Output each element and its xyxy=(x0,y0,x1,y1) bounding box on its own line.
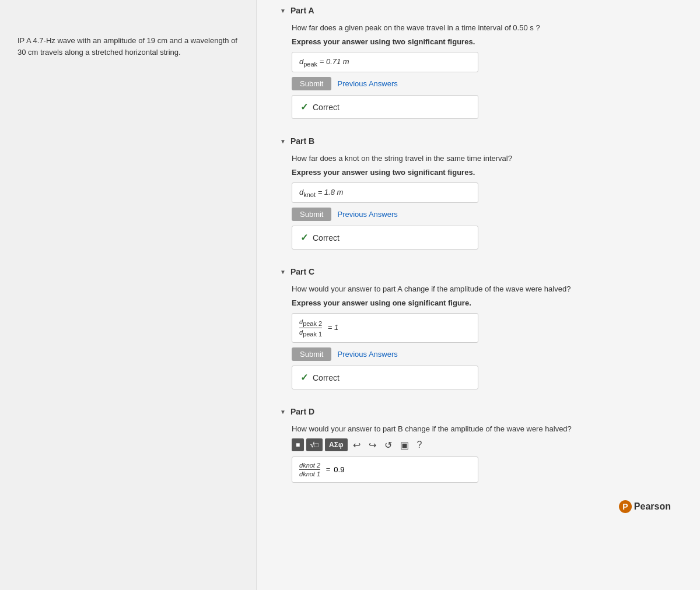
part-c-correct-label: Correct xyxy=(313,373,340,382)
part-c-title: Part C xyxy=(290,267,314,276)
part-a-title: Part A xyxy=(290,6,314,15)
part-d-title: Part D xyxy=(290,407,314,416)
part-a-submit-button[interactable]: Submit xyxy=(292,77,331,90)
math-sigma-button[interactable]: AΣφ xyxy=(325,438,347,451)
part-b-header[interactable]: ▼ Part B xyxy=(280,136,677,146)
part-d-header[interactable]: ▼ Part D xyxy=(280,407,677,416)
pearson-footer: P Pearson xyxy=(280,500,677,513)
part-c-submit-row: Submit Previous Answers xyxy=(292,347,677,361)
part-a-section: ▼ Part A How far does a given peak on th… xyxy=(280,6,677,119)
part-b-title: Part B xyxy=(290,136,314,146)
part-d-answer-input-box: dknot 2 dknot 1 = xyxy=(292,456,478,483)
redo-icon[interactable]: ↪ xyxy=(366,438,379,452)
pearson-brand-name: Pearson xyxy=(634,501,671,512)
chevron-down-icon: ▼ xyxy=(280,138,286,145)
part-b-prev-answers-link[interactable]: Previous Answers xyxy=(337,210,397,219)
math-sqrt-button[interactable]: √□ xyxy=(306,438,323,451)
problem-text: IP A 4.7-Hz wave with an amplitude of 19… xyxy=(18,35,239,58)
part-d-question: How would your answer to part B change i… xyxy=(292,423,677,435)
part-b-correct-box: ✓ Correct xyxy=(292,226,478,250)
help-icon[interactable]: ? xyxy=(414,438,425,451)
part-c-submit-button[interactable]: Submit xyxy=(292,347,331,361)
fraction-denominator: dpeak 1 xyxy=(299,328,322,338)
part-c-question: How would your answer to part A change i… xyxy=(292,283,677,295)
part-c-express: Express your answer using one significan… xyxy=(292,298,677,307)
checkmark-icon: ✓ xyxy=(300,232,308,243)
math-matrix-button[interactable]: ■ xyxy=(292,438,304,451)
chevron-down-icon: ▼ xyxy=(280,8,286,14)
part-b-section: ▼ Part B How far does a knot on the stri… xyxy=(280,136,677,250)
part-b-correct-label: Correct xyxy=(313,233,340,243)
part-d-answer-input[interactable] xyxy=(334,465,450,474)
undo-icon[interactable]: ↩ xyxy=(350,438,363,452)
fraction-numerator: dpeak 2 xyxy=(299,318,322,328)
part-a-submit-row: Submit Previous Answers xyxy=(292,77,677,90)
part-c-header[interactable]: ▼ Part C xyxy=(280,267,677,276)
part-b-question: How far does a knot on the string travel… xyxy=(292,153,677,164)
pearson-p-icon: P xyxy=(619,500,632,513)
part-b-answer-box: dknot = 1.8 m xyxy=(292,182,478,203)
keyboard-icon[interactable]: ▣ xyxy=(397,438,412,452)
part-b-submit-button[interactable]: Submit xyxy=(292,208,331,221)
fraction-numerator: dknot 2 xyxy=(299,462,320,470)
part-c-correct-box: ✓ Correct xyxy=(292,366,478,389)
chevron-down-icon: ▼ xyxy=(280,409,286,415)
math-toolbar: ■ √□ AΣφ ↩ ↪ ↺ ▣ ? xyxy=(292,438,677,452)
part-d-section: ▼ Part D How would your answer to part B… xyxy=(280,407,677,483)
left-panel: IP A 4.7-Hz wave with an amplitude of 19… xyxy=(0,0,257,590)
part-c-content: How would your answer to part A change i… xyxy=(280,283,677,389)
part-a-prev-answers-link[interactable]: Previous Answers xyxy=(337,79,397,88)
part-b-express: Express your answer using two significan… xyxy=(292,168,677,177)
refresh-icon[interactable]: ↺ xyxy=(382,438,395,452)
checkmark-icon: ✓ xyxy=(300,372,308,383)
part-a-correct-box: ✓ Correct xyxy=(292,95,478,119)
part-a-correct-label: Correct xyxy=(313,103,340,112)
part-c-section: ▼ Part C How would your answer to part A… xyxy=(280,267,677,389)
part-c-prev-answers-link[interactable]: Previous Answers xyxy=(337,350,397,359)
part-d-fraction-var: dknot 2 dknot 1 = xyxy=(299,462,330,477)
part-b-content: How far does a knot on the string travel… xyxy=(280,153,677,250)
part-a-header[interactable]: ▼ Part A xyxy=(280,6,677,15)
part-a-question: How far does a given peak on the wave tr… xyxy=(292,22,677,34)
part-d-content: How would your answer to part B change i… xyxy=(280,423,677,483)
part-b-submit-row: Submit Previous Answers xyxy=(292,208,677,221)
pearson-logo: P Pearson xyxy=(619,500,671,513)
part-a-content: How far does a given peak on the wave tr… xyxy=(280,22,677,119)
part-a-var: dpeak = 0.71 m xyxy=(299,57,349,66)
part-a-answer-box: dpeak = 0.71 m xyxy=(292,52,478,73)
checkmark-icon: ✓ xyxy=(300,101,308,113)
right-panel: ▼ Part A How far does a given peak on th… xyxy=(257,0,700,590)
part-c-answer-box: dpeak 2 dpeak 1 = 1 xyxy=(292,313,478,343)
part-b-var: dknot = 1.8 m xyxy=(299,188,343,196)
part-c-var: dpeak 2 dpeak 1 = 1 xyxy=(299,323,338,332)
fraction-denominator: dknot 1 xyxy=(299,470,320,477)
part-a-express: Express your answer using two significan… xyxy=(292,37,677,46)
chevron-down-icon: ▼ xyxy=(280,269,286,275)
